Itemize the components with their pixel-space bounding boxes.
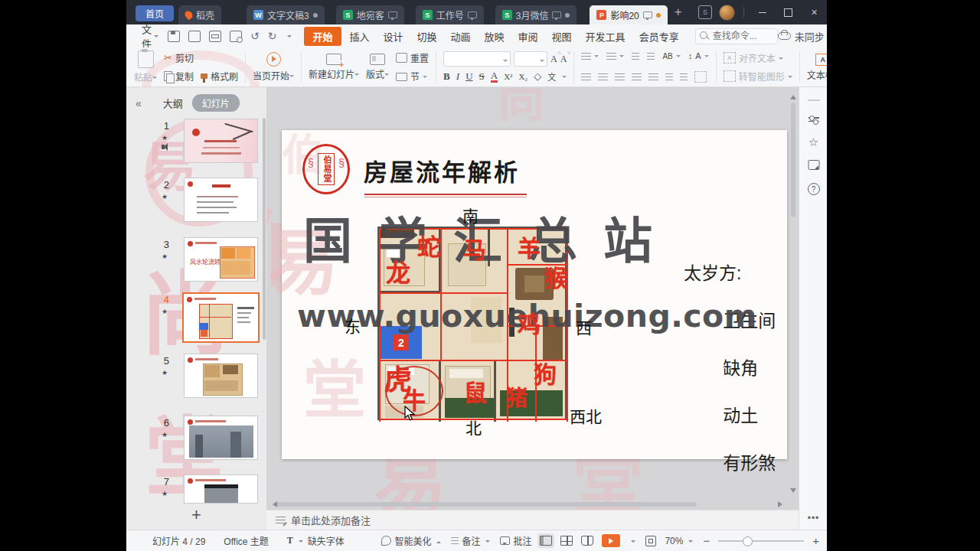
scrollbar-thumb[interactable] (791, 103, 795, 217)
undo-icon[interactable]: ↺ (250, 30, 260, 42)
scroll-left-icon[interactable] (270, 501, 277, 507)
scrollbar-thumb[interactable] (277, 502, 697, 507)
font-color-button[interactable]: A (491, 70, 498, 83)
tab-slides[interactable]: 幻灯片 (192, 94, 240, 112)
zoom-slider[interactable] (718, 540, 804, 542)
output-icon[interactable] (188, 31, 201, 42)
slide-thumbnail-3[interactable]: 风水轮流转 (184, 237, 258, 282)
collapse-panel-button[interactable]: « (136, 97, 142, 109)
align-right-icon[interactable] (615, 73, 625, 80)
text-direction-button[interactable]: AB (662, 52, 680, 60)
notes-button[interactable]: 备注 (451, 534, 492, 547)
more-icon[interactable]: ••• (808, 513, 820, 523)
line-height-icon[interactable] (665, 73, 673, 80)
missing-font-status[interactable]: T缺失字体 (287, 534, 345, 547)
copy-button[interactable]: 复制 (164, 70, 194, 83)
redo-icon[interactable]: ↻ (268, 30, 277, 42)
tab-sheet-2[interactable]: S工作号 (416, 5, 484, 24)
slide-thumbnail-1[interactable] (184, 119, 258, 163)
grow-font-button[interactable]: A˄ (550, 54, 557, 65)
sidebar-scrollbar[interactable] (263, 118, 266, 340)
apps-icon[interactable]: S (698, 5, 712, 19)
italic-button[interactable]: I (456, 70, 459, 83)
align-text-button[interactable]: A对齐文本 (724, 51, 792, 64)
tab-presentation-active[interactable]: P影响20 (590, 5, 667, 24)
new-tab-button[interactable]: + (675, 5, 682, 20)
slideshow-play-button[interactable] (602, 534, 620, 547)
scroll-down-icon[interactable] (790, 488, 796, 496)
distribute-icon[interactable] (648, 73, 658, 80)
notes-placeholder[interactable]: 单击此处添加备注 (291, 513, 371, 527)
magic-wand-icon[interactable]: ☆ (808, 135, 818, 149)
reset-button[interactable]: 重置 (396, 51, 429, 64)
play-from-current-button[interactable]: 当页开始 (253, 51, 294, 83)
comments-button[interactable]: 批注 (500, 534, 531, 547)
to-smart-graphic-button[interactable]: 转智能图形 (724, 70, 792, 83)
bold-button[interactable]: B (443, 70, 450, 83)
slide-editor[interactable]: 易 堂 伯 伯易堂 房屋流年解析 国学汇总站 www.guoxuehuizong… (282, 130, 787, 459)
maximize-button[interactable] (779, 0, 798, 24)
more-icon[interactable] (287, 35, 292, 40)
tab-home[interactable]: 首页 (136, 5, 174, 21)
menu-item-slideshow[interactable]: 放映 (478, 28, 511, 45)
new-slide-button[interactable]: 新建幻灯片 (309, 51, 359, 83)
font-name-select[interactable] (443, 51, 511, 67)
smart-beautify-button[interactable]: 智能美化 (381, 534, 443, 547)
subscript-button[interactable]: X₂ (518, 72, 528, 81)
switch-layout-icon[interactable] (808, 160, 819, 170)
menu-item-devtools[interactable]: 开发工具 (579, 28, 632, 45)
scroll-up-icon[interactable] (790, 92, 796, 99)
zoom-in-button[interactable]: + (812, 535, 819, 546)
justify-icon[interactable] (632, 73, 642, 80)
menu-item-design[interactable]: 设计 (377, 28, 410, 45)
zoom-out-button[interactable]: − (703, 535, 710, 546)
slide-sorter-view-button[interactable] (560, 536, 573, 546)
layout-button[interactable]: 版式 (366, 51, 389, 83)
add-slide-button[interactable]: + (126, 505, 266, 525)
numbered-list-button[interactable] (606, 52, 624, 60)
print-preview-icon[interactable] (230, 31, 242, 42)
menu-item-review[interactable]: 审阅 (511, 28, 545, 45)
tab-writer-doc[interactable]: W文字文稿3 (247, 5, 325, 24)
theme-name[interactable]: Office 主题 (224, 534, 268, 547)
slide-thumbnail-7[interactable] (184, 474, 258, 504)
tab-docer[interactable]: 稻壳 (178, 5, 221, 24)
menu-item-animation[interactable]: 动画 (444, 28, 478, 45)
align-center-icon[interactable] (598, 73, 608, 80)
menu-item-transitions[interactable]: 切换 (410, 28, 444, 45)
slide-thumbnail-2[interactable] (184, 178, 258, 222)
tab-sheet-3[interactable]: S3月微信 (495, 5, 577, 24)
paragraph-spacing-icon[interactable] (680, 73, 688, 80)
vertical-scrollbar[interactable] (788, 87, 799, 499)
slide-title[interactable]: 房屋流年解析 (364, 153, 520, 187)
tab-sheet-1[interactable]: S地宛客 (336, 5, 404, 24)
menu-item-membership[interactable]: 会员专享 (632, 28, 686, 45)
bullet-list-button[interactable] (581, 52, 599, 60)
panel-handle[interactable] (808, 99, 820, 101)
font-size-select[interactable] (514, 51, 547, 67)
reading-view-button[interactable] (581, 536, 593, 546)
shrink-font-button[interactable]: A˅ (560, 54, 567, 65)
slide-thumbnail-5[interactable] (184, 354, 258, 398)
paste-button[interactable]: 粘贴 (134, 51, 157, 83)
decrease-indent-icon[interactable] (632, 53, 639, 60)
zoom-slider-knob[interactable] (743, 536, 753, 546)
notes-bar[interactable]: 单击此处添加备注 (266, 510, 799, 530)
format-painter-button[interactable]: 格式刷 (201, 70, 238, 83)
line-spacing-button[interactable]: ↕A (688, 51, 709, 60)
text-box-button[interactable]: A 文本框 (807, 51, 827, 83)
cut-button[interactable]: ✂剪切 (164, 51, 238, 64)
close-button[interactable]: × (805, 0, 824, 24)
align-left-icon[interactable] (581, 73, 591, 80)
help-icon[interactable]: ? (808, 183, 820, 195)
increase-indent-icon[interactable] (647, 53, 655, 60)
save-icon[interactable] (168, 31, 180, 42)
underline-button[interactable]: U (466, 70, 472, 83)
menu-item-view[interactable]: 视图 (545, 28, 579, 45)
normal-view-button[interactable] (540, 536, 552, 546)
scroll-right-icon[interactable] (778, 501, 786, 507)
tab-outline[interactable]: 大纲 (163, 96, 183, 110)
print-icon[interactable] (209, 31, 221, 42)
slide-thumbnail-6[interactable] (184, 416, 258, 460)
chevron-down-icon[interactable] (631, 540, 635, 545)
